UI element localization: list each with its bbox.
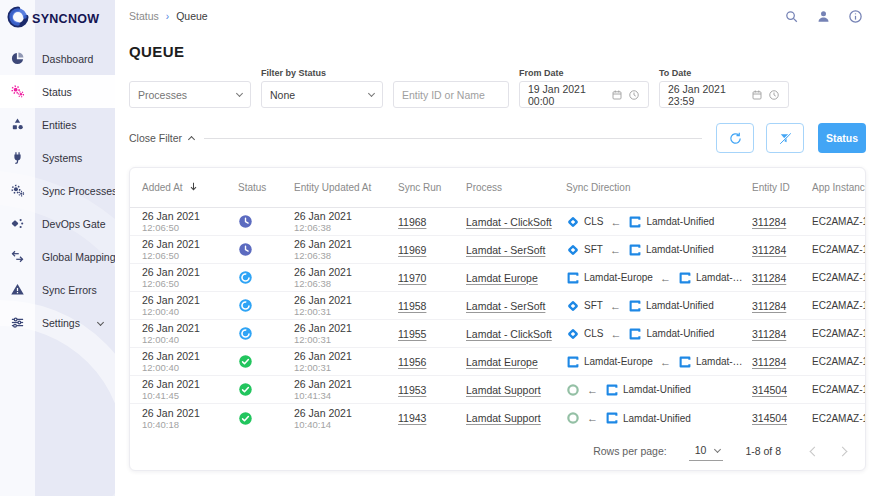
arrow-left-icon: ← [587, 412, 598, 424]
status-button[interactable]: Status [818, 123, 866, 153]
filter-bar: Processes Filter by Status None From Dat… [115, 67, 871, 108]
sidebar-item-systems[interactable]: Systems [0, 141, 115, 174]
entity-id-link[interactable]: 311284 [752, 356, 808, 368]
sync-run-link[interactable]: 11968 [398, 216, 462, 228]
process-filter-group: Processes [129, 67, 251, 108]
to-date-label: To Date [659, 67, 789, 81]
chevron-down-icon [236, 90, 243, 97]
column-header-process: Process [466, 182, 562, 193]
from-date-input[interactable]: 19 Jan 2021 00:00 [519, 81, 649, 108]
status-spinner-icon [238, 298, 290, 313]
sidebar-item-sync-processes[interactable]: Sync Processes [0, 174, 115, 207]
sync-direction-cell: CLS←Lamdat-Unified [566, 327, 748, 341]
sidebar-item-label: Status [35, 86, 72, 98]
sync-run-link[interactable]: 11943 [398, 412, 462, 424]
sidebar-item-dashboard[interactable]: Dashboard [0, 42, 115, 75]
sidebar-item-global-mappings[interactable]: Global Mappings [0, 240, 115, 273]
actions-row: Close Filter Status [129, 123, 866, 153]
target-app-icon [566, 355, 580, 369]
sync-run-link[interactable]: 11958 [398, 300, 462, 312]
prev-page-button[interactable] [803, 440, 825, 462]
entities-icon [10, 117, 25, 132]
entity-id-link[interactable]: 311284 [752, 244, 808, 256]
sync-direction-cell: ←Lamdat-Unified [566, 383, 748, 397]
app-instance-cell: EC2AMAZ-1G3COFO [812, 244, 866, 255]
entity-updated-at-cell: 26 Jan 202112:00:31 [294, 294, 394, 317]
chevron-up-icon [188, 135, 195, 142]
target-app-icon [566, 383, 580, 397]
clear-filter-button[interactable] [766, 123, 804, 153]
source-app-icon [628, 299, 642, 313]
status-check-icon [238, 411, 290, 426]
sidebar-item-devops-gate[interactable]: DevOps Gate [0, 207, 115, 240]
sync-run-link[interactable]: 11955 [398, 328, 462, 340]
sync-processes-icon [10, 183, 25, 198]
search-icon[interactable] [784, 9, 799, 24]
sync-run-link[interactable]: 11969 [398, 244, 462, 256]
sidebar-item-entities[interactable]: Entities [0, 108, 115, 141]
rows-per-page-select[interactable]: 10 [689, 441, 724, 461]
entity-id-link[interactable]: 311284 [752, 216, 808, 228]
entity-updated-at-cell: 26 Jan 202110:41:34 [294, 378, 394, 401]
process-link[interactable]: Lamdat Support [466, 384, 562, 396]
sync-run-link[interactable]: 11956 [398, 356, 462, 368]
status-cell [238, 382, 290, 397]
sync-direction-cell: SFT←Lamdat-Unified [566, 299, 748, 313]
divider [204, 138, 702, 139]
entity-search-input[interactable] [393, 81, 509, 108]
status-filter-label: Filter by Status [261, 67, 383, 81]
sidebar-item-label: Systems [35, 152, 82, 164]
process-link[interactable]: Lamdat Europe [466, 356, 562, 368]
devops-gate-icon [10, 216, 25, 231]
close-filter-toggle[interactable]: Close Filter [129, 132, 194, 144]
entity-id-link[interactable]: 311284 [752, 272, 808, 284]
breadcrumb-status[interactable]: Status [129, 10, 159, 22]
target-app-icon [566, 299, 580, 313]
next-page-button[interactable] [831, 440, 853, 462]
table-row: 26 Jan 202112:00:4026 Jan 202112:00:3111… [130, 320, 865, 348]
table-footer: Rows per page: 10 1-8 of 8 [130, 432, 865, 470]
status-clock-icon [238, 242, 290, 257]
process-select[interactable]: Processes [129, 81, 251, 108]
table-row: 26 Jan 202112:06:5026 Jan 202112:06:3811… [130, 208, 865, 236]
status-check-icon [238, 382, 290, 397]
sidebar-item-label: Sync Processes [35, 185, 115, 197]
app-logo[interactable]: SYNCNOW [0, 0, 115, 38]
to-date-input[interactable]: 26 Jan 2021 23:59 [659, 81, 789, 108]
sidebar-item-sync-errors[interactable]: Sync Errors [0, 273, 115, 306]
sync-run-link[interactable]: 11953 [398, 384, 462, 396]
status-cell [238, 411, 290, 426]
status-select[interactable]: None [261, 81, 383, 108]
sync-run-link[interactable]: 11970 [398, 272, 462, 284]
info-icon[interactable] [848, 9, 863, 24]
arrow-left-icon: ← [610, 244, 621, 256]
top-icons [784, 9, 865, 24]
sidebar-item-status[interactable]: Status [0, 75, 115, 108]
clock-icon[interactable] [628, 89, 640, 101]
refresh-button[interactable] [716, 123, 754, 153]
column-header-added-at[interactable]: Added At [142, 181, 234, 194]
user-icon[interactable] [816, 9, 831, 24]
calendar-icon[interactable] [751, 89, 763, 101]
process-link[interactable]: Lamdat - SerSoft [466, 244, 562, 256]
process-link[interactable]: Lamdat Support [466, 412, 562, 424]
sidebar-item-settings[interactable]: Settings [0, 306, 115, 339]
entity-id-link[interactable]: 311284 [752, 328, 808, 340]
calendar-icon[interactable] [611, 89, 623, 101]
process-link[interactable]: Lamdat - ClickSoft [466, 328, 562, 340]
clock-icon[interactable] [768, 89, 780, 101]
process-link[interactable]: Lamdat - SerSoft [466, 300, 562, 312]
entity-id-link[interactable]: 311284 [752, 300, 808, 312]
page-title: QUEUE [129, 43, 871, 60]
source-app-icon [605, 383, 619, 397]
column-header-app-instance-name: App Instance Name [812, 182, 866, 193]
process-link[interactable]: Lamdat - ClickSoft [466, 216, 562, 228]
target-app-icon [566, 215, 580, 229]
syncnow-swirl-icon [7, 6, 29, 32]
status-clock-icon [238, 214, 290, 229]
added-at-cell: 26 Jan 202112:06:50 [142, 210, 234, 233]
entity-id-link[interactable]: 314504 [752, 384, 808, 396]
sync-direction-cell: CLS←Lamdat-Unified [566, 215, 748, 229]
entity-id-link[interactable]: 314504 [752, 412, 808, 424]
process-link[interactable]: Lamdat Europe [466, 272, 562, 284]
